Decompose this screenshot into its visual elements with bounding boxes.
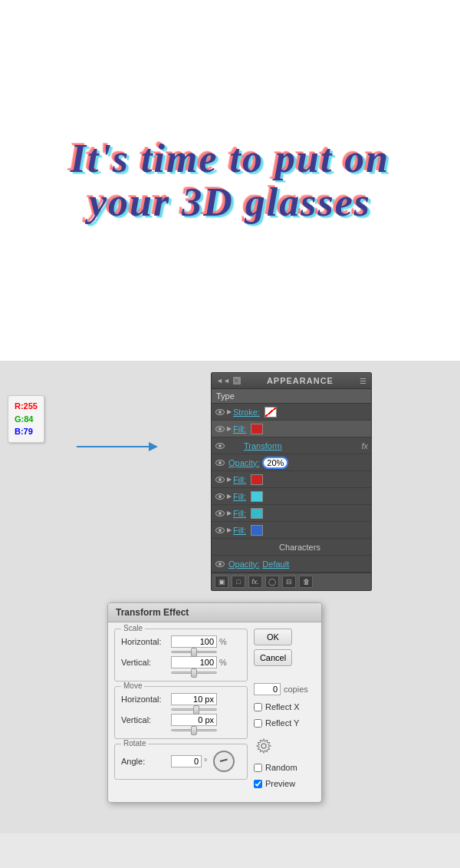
panel-row-fill-cyan2[interactable]: ▶ Fill: — [212, 505, 371, 522]
panel-row-fill-red2[interactable]: ▶ Fill: — [212, 471, 371, 488]
gear-icon[interactable] — [254, 736, 274, 756]
eye-shape-2 — [215, 426, 225, 432]
move-h-track[interactable] — [171, 708, 217, 711]
scale-horizontal-input[interactable] — [171, 635, 217, 648]
toolbar-fx-icon[interactable]: fx. — [248, 576, 262, 588]
r-value: 255 — [24, 401, 38, 411]
scale-vertical-input[interactable] — [171, 656, 217, 668]
stroke-swatch[interactable] — [264, 407, 277, 417]
scale-h-track[interactable] — [171, 651, 217, 653]
eye-icon-opacity[interactable] — [215, 457, 225, 468]
rotate-dial[interactable] — [213, 751, 235, 772]
text-line-3: your 3D — [89, 180, 234, 224]
scale-v-thumb[interactable] — [191, 668, 197, 678]
toolbar-circle-icon[interactable]: ◯ — [265, 576, 279, 588]
panel-row-stroke[interactable]: ▶ Stroke: — [212, 404, 371, 421]
move-vertical-row: Vertical: — [121, 714, 241, 726]
eye-icon-fill2[interactable] — [215, 474, 225, 485]
preview-checkbox[interactable] — [254, 780, 262, 788]
copies-label: copies — [284, 685, 308, 694]
eye-icon-fill1[interactable] — [215, 424, 225, 434]
scale-horizontal-label: Horizontal: — [121, 637, 171, 646]
arrow-indicator — [77, 439, 161, 454]
copies-input[interactable] — [254, 683, 281, 695]
transform-label[interactable]: Transform — [244, 441, 282, 451]
move-v-track[interactable] — [171, 729, 217, 731]
panel-row-fill-blue[interactable]: ▶ Fill: — [212, 522, 371, 539]
fill4-label[interactable]: Fill: — [233, 509, 246, 518]
rgb-tooltip: R:255 G:84 B:79 — [8, 395, 44, 443]
eye-icon-stroke[interactable] — [215, 407, 225, 417]
toolbar-layer-icon[interactable]: ▣ — [215, 576, 228, 588]
panel-row-fill-cyan[interactable]: ▶ Fill: — [212, 488, 371, 505]
eye-icon-opacity-default[interactable] — [215, 559, 225, 569]
opacity-value[interactable]: 20% — [262, 457, 288, 469]
move-v-thumb[interactable] — [191, 726, 197, 735]
eye-pupil-2 — [219, 427, 222, 431]
opacity-default-label[interactable]: Opacity: — [228, 559, 259, 569]
fill1-swatch[interactable] — [251, 424, 263, 434]
opacity-label[interactable]: Opacity: — [228, 458, 259, 467]
appearance-panel: ◄◄ ✕ APPEARANCE ☰ Type ▶ Stroke: ▶ Fill: — [211, 372, 372, 591]
expand-arrow-fill1[interactable]: ▶ — [227, 425, 232, 432]
eye-icon-fill4[interactable] — [215, 508, 225, 519]
expand-arrow-fill2[interactable]: ▶ — [227, 476, 232, 483]
fill5-swatch[interactable] — [251, 525, 263, 536]
panel-row-fill-red[interactable]: ▶ Fill: — [212, 421, 371, 437]
scale-h-thumb[interactable] — [191, 648, 197, 657]
panel-titlebar-left: ◄◄ ✕ — [216, 377, 241, 384]
preview-row: Preview — [254, 779, 295, 788]
scale-v-track[interactable] — [171, 672, 217, 674]
panel-close-button[interactable]: ✕ — [233, 377, 241, 384]
random-checkbox[interactable] — [254, 764, 262, 772]
ok-button[interactable]: OK — [254, 629, 292, 645]
eye-icon-transform[interactable] — [215, 441, 225, 451]
move-horizontal-row: Horizontal: — [121, 693, 241, 705]
move-vertical-input[interactable] — [171, 714, 217, 726]
eye-pupil-7 — [219, 512, 222, 515]
fill2-swatch[interactable] — [251, 474, 263, 485]
expand-arrow-fill4[interactable]: ▶ — [227, 510, 232, 517]
toolbar-square-icon[interactable]: □ — [232, 576, 245, 588]
eye-icon-fill3[interactable] — [215, 491, 225, 502]
reflect-x-checkbox[interactable] — [254, 703, 262, 711]
expand-arrow-fill3[interactable]: ▶ — [227, 493, 232, 500]
toolbar-delete-icon[interactable]: 🗑 — [299, 576, 313, 588]
move-horizontal-label: Horizontal: — [121, 695, 171, 704]
reflect-y-checkbox[interactable] — [254, 719, 262, 728]
fill5-label[interactable]: Fill: — [233, 526, 246, 535]
panel-row-opacity[interactable]: Opacity: 20% — [212, 454, 371, 471]
scale-vertical-slider — [121, 672, 241, 674]
b-label: B: — [15, 427, 24, 436]
eye-shape-5 — [215, 477, 225, 483]
rotate-section-label: Rotate — [121, 739, 148, 748]
text-line-2: to put on — [230, 137, 390, 180]
fill4-swatch[interactable] — [251, 508, 263, 519]
expand-arrow-fill5[interactable]: ▶ — [227, 526, 232, 533]
stroke-label[interactable]: Stroke: — [233, 408, 260, 417]
move-horizontal-input[interactable] — [171, 693, 217, 705]
fill3-swatch[interactable] — [251, 491, 263, 502]
fill3-label[interactable]: Fill: — [233, 492, 246, 501]
reflect-y-row: Reflect Y — [254, 718, 299, 728]
toolbar-copy-icon[interactable]: ⊟ — [282, 576, 296, 588]
scale-vertical-row: Vertical: % — [121, 656, 241, 668]
panel-row-opacity-default[interactable]: Opacity: Default — [212, 556, 371, 573]
fx-icon[interactable]: fx — [361, 441, 368, 451]
opacity-default-value[interactable]: Default — [262, 559, 289, 569]
expand-arrow-stroke[interactable]: ▶ — [227, 408, 232, 415]
eye-icon-fill5[interactable] — [215, 525, 225, 536]
canvas-area: It's time to put on your 3D glasses — [0, 0, 460, 361]
rotate-angle-input[interactable] — [171, 755, 202, 767]
copies-row: copies — [254, 683, 308, 695]
scale-vertical-unit: % — [219, 658, 227, 667]
cancel-button[interactable]: Cancel — [254, 649, 292, 666]
random-row: Random — [254, 763, 297, 772]
panel-menu-icon[interactable]: ☰ — [360, 377, 366, 385]
panel-row-transform[interactable]: Transform fx — [212, 437, 371, 454]
move-h-thumb[interactable] — [193, 705, 199, 715]
fill1-label[interactable]: Fill: — [233, 424, 246, 434]
panel-arrows[interactable]: ◄◄ — [216, 377, 230, 384]
scale-vertical-label: Vertical: — [121, 658, 171, 667]
fill2-label[interactable]: Fill: — [233, 475, 246, 484]
